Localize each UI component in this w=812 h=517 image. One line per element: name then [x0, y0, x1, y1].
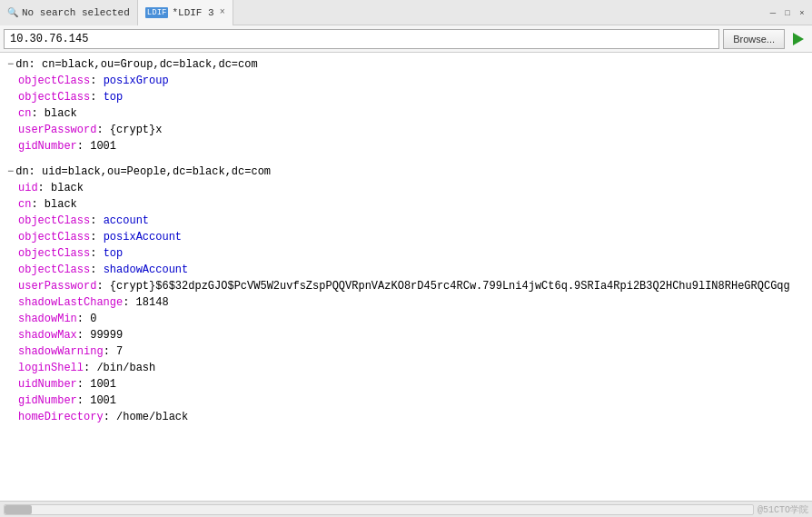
no-search-label: No search selected — [22, 7, 130, 18]
attr-line: objectClass: shadowAccount — [18, 262, 805, 278]
attr-line: uidNumber: 1001 — [18, 376, 805, 393]
title-bar: 🔍 No search selected LDIF *LDIF 3 × ─ □ … — [0, 0, 812, 25]
window-controls: ─ □ × — [763, 6, 812, 19]
ldif-block-2: −dn: uid=black,ou=People,dc=black,dc=com… — [7, 164, 805, 425]
attr-line: cn: black — [18, 196, 805, 213]
attr-line: userPassword: {crypt}x — [18, 122, 805, 138]
horizontal-scrollbar[interactable] — [4, 504, 754, 515]
scroll-thumb — [5, 505, 32, 514]
no-search-tab[interactable]: 🔍 No search selected — [0, 0, 138, 25]
toolbar: Browse... — [0, 25, 812, 53]
ldif-content: −dn: cn=black,ou=Group,dc=black,dc=com o… — [7, 56, 805, 425]
browse-button[interactable]: Browse... — [723, 29, 785, 49]
ldif-tab[interactable]: LDIF *LDIF 3 × — [138, 0, 233, 25]
block1-attrs: objectClass: posixGroup objectClass: top… — [18, 73, 805, 154]
dn-line-1: −dn: cn=black,ou=Group,dc=black,dc=com — [7, 56, 805, 73]
attr-line: objectClass: posixAccount — [18, 229, 805, 245]
maximize-button[interactable]: □ — [781, 6, 794, 19]
status-bar: @51CTO学院 — [0, 501, 812, 517]
run-button[interactable] — [788, 29, 808, 49]
run-icon — [793, 33, 804, 45]
attr-line: cn: black — [18, 105, 805, 122]
ldif-tab-label: *LDIF 3 — [172, 7, 213, 18]
attr-line: gidNumber: 1001 — [18, 393, 805, 409]
ldif-block-1: −dn: cn=black,ou=Group,dc=black,dc=com o… — [7, 56, 805, 154]
attr-line: userPassword: {crypt}$6$32dpzGJO$PcVW5W2… — [18, 278, 805, 294]
block2-attrs: uid: black cn: black objectClass: accoun… — [18, 180, 805, 425]
attr-line: shadowWarning: 7 — [18, 343, 805, 360]
attr-line: loginShell: /bin/bash — [18, 360, 805, 376]
attr-line: shadowLastChange: 18148 — [18, 294, 805, 311]
dn-line-2: −dn: uid=black,ou=People,dc=black,dc=com — [7, 164, 805, 180]
watermark: @51CTO学院 — [758, 503, 808, 516]
attr-line: uid: black — [18, 180, 805, 196]
attr-line: shadowMin: 0 — [18, 311, 805, 327]
search-icon: 🔍 — [7, 7, 18, 18]
attr-line: objectClass: posixGroup — [18, 73, 805, 89]
attr-line: objectClass: top — [18, 89, 805, 105]
attr-line: homeDirectory: /home/black — [18, 409, 805, 425]
attr-line: gidNumber: 1001 — [18, 138, 805, 154]
attr-line: shadowMax: 99999 — [18, 327, 805, 343]
ldif-content-area[interactable]: −dn: cn=black,ou=Group,dc=black,dc=com o… — [0, 53, 812, 501]
collapse-toggle-1[interactable]: − — [7, 58, 14, 71]
tab-strip: 🔍 No search selected LDIF *LDIF 3 × — [0, 0, 763, 25]
ldif-tab-icon: LDIF — [145, 7, 169, 18]
collapse-toggle-2[interactable]: − — [7, 165, 14, 178]
ldif-tab-close[interactable]: × — [220, 7, 225, 17]
content-area: −dn: cn=black,ou=Group,dc=black,dc=com o… — [0, 53, 812, 501]
close-button[interactable]: × — [796, 6, 808, 19]
minimize-button[interactable]: ─ — [767, 6, 779, 19]
address-input[interactable] — [4, 29, 719, 49]
attr-line: objectClass: account — [18, 213, 805, 229]
attr-line: objectClass: top — [18, 245, 805, 262]
